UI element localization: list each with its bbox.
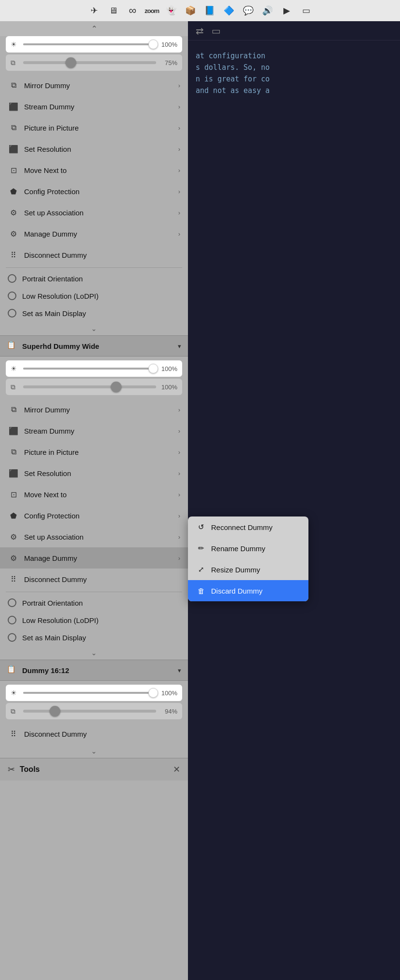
volume-icon: 🔊 [262,5,273,16]
menu-item-association-2[interactable]: ⚙ Set up Association › [0,526,188,547]
submenu-discard[interactable]: 🗑 Discard Dummy [188,580,308,601]
pip-icon-2: ⧉ [8,446,19,458]
movenext-icon-1: ⊡ [8,164,19,176]
menu-item-disconnect-1[interactable]: ⠿ Disconnect Dummy [0,244,188,265]
scale-thumb-1[interactable] [66,57,76,68]
menu-item-movenext-1[interactable]: ⊡ Move Next to › [0,159,188,181]
menu-item-mirror-1[interactable]: ⧉ Mirror Dummy › [0,75,188,96]
resize-icon: ⤢ [196,564,206,575]
tools-close-button[interactable]: ✕ [173,764,180,775]
scale-thumb-3[interactable] [50,706,60,716]
menu-item-pip-2[interactable]: ⧉ Picture in Picture › [0,441,188,463]
scale-icon-1: ⧉ [11,59,19,67]
divider-2 [6,592,182,592]
brightness-slider-1[interactable]: ☀ 100% [6,36,182,53]
stream-label-1: Stream Dummy [24,103,178,111]
menu-item-disconnect-3[interactable]: ⠿ Disconnect Dummy [0,723,188,744]
scale-slider-1[interactable]: ⧉ 75% [6,54,182,71]
scale-track-3[interactable] [23,710,156,713]
manage-label-1: Manage Dummy [24,230,178,238]
menu-item-config-2[interactable]: ⬟ Config Protection › [0,505,188,526]
brightness-fill-3 [23,692,156,694]
menu-item-config-1[interactable]: ⬟ Config Protection › [0,181,188,202]
editor-line-1: at configuration [196,50,392,62]
discard-icon: 🗑 [196,585,206,596]
radio-label-lodpi-2: Low Resolution (LoDPI) [22,616,98,624]
brightness-slider-3[interactable]: ☀ 100% [6,685,182,701]
scale-slider-3[interactable]: ⧉ 94% [6,703,182,719]
scale-value-2: 100% [160,384,177,391]
menu-item-pip-1[interactable]: ⧉ Picture in Picture › [0,117,188,138]
menubar: ✈ 🖥 ∞ zoom 👻 📦 📘 🔷 💬 🔊 ▶ ▭ [0,0,400,21]
submenu-resize[interactable]: ⤢ Resize Dummy [188,559,308,580]
scale-track-2[interactable] [23,385,156,388]
menubar-icons: ✈ 🖥 ∞ zoom 👻 📦 📘 🔷 💬 🔊 ▶ ▭ [89,5,311,16]
movenext-icon-2: ⊡ [8,489,19,500]
manage-icon-2: ⚙ [8,552,19,564]
resolution-label-1: Set Resolution [24,145,178,153]
section3-chevron[interactable]: ▾ [178,667,181,674]
menu-item-manage-2[interactable]: ⚙ Manage Dummy › [0,547,188,569]
association-icon-1: ⚙ [8,207,19,218]
brightness-track-1[interactable] [23,43,156,45]
snapchat-icon: 👻 [166,5,176,16]
section2-chevron[interactable]: ▾ [178,343,181,350]
menu-item-association-1[interactable]: ⚙ Set up Association › [0,202,188,223]
radio-label-main-2: Set as Main Display [22,634,86,642]
stream-chevron-2: › [178,427,180,435]
disconnect-label-1: Disconnect Dummy [24,251,180,259]
submenu-rename[interactable]: ✏ Rename Dummy [188,538,308,559]
reconnect-icon: ↺ [196,522,206,532]
mirror-label-2: Mirror Dummy [24,406,178,414]
radio-circle-main-1 [8,309,16,318]
menu-item-manage-1[interactable]: ⚙ Manage Dummy › [0,223,188,244]
menu-item-movenext-2[interactable]: ⊡ Move Next to › [0,484,188,505]
movenext-label-2: Move Next to [24,490,178,499]
menu-item-resolution-1[interactable]: ⬛ Set Resolution › [0,138,188,159]
collapse-2[interactable]: ⌄ [0,646,188,660]
section2-title: Superhd Dummy Wide [22,342,178,350]
menu-item-stream-1[interactable]: ⬛ Stream Dummy › [0,96,188,117]
radio-circle-main-2 [8,633,16,642]
radio-main-2[interactable]: Set as Main Display [0,629,188,646]
mirror-chevron-2: › [178,406,180,413]
stream-label-2: Stream Dummy [24,427,178,435]
manage-label-2: Manage Dummy [24,554,178,562]
radio-label-portrait-1: Portrait Orientation [22,275,83,283]
menu-item-stream-2[interactable]: ⬛ Stream Dummy › [0,420,188,441]
editor-content: at configuration s dollars. So, no n is … [188,40,400,106]
radio-label-lodpi-1: Low Resolution (LoDPI) [22,292,98,300]
radio-main-1[interactable]: Set as Main Display [0,305,188,322]
brightness-slider-2[interactable]: ☀ 100% [6,360,182,377]
collapse-1[interactable]: ⌄ [0,322,188,335]
radio-lodpi-2[interactable]: Low Resolution (LoDPI) [0,611,188,629]
brightness-thumb-1[interactable] [148,40,158,49]
brightness-track-2[interactable] [23,368,156,370]
radio-lodpi-1[interactable]: Low Resolution (LoDPI) [0,287,188,305]
sidebar: ⌃ ☀ 100% ⧉ 75% ⧉ Mirror Dummy › ⬛ Stream… [0,21,188,980]
scale-slider-2[interactable]: ⧉ 100% [6,379,182,395]
brightness-thumb-3[interactable] [148,688,158,698]
brightness-thumb-2[interactable] [148,364,158,373]
brightness-track-3[interactable] [23,692,156,694]
diff-icon: ⇄ [196,25,204,37]
menu-item-resolution-2[interactable]: ⬛ Set Resolution › [0,463,188,484]
resolution-icon-2: ⬛ [8,467,19,479]
radio-portrait-2[interactable]: Portrait Orientation [0,594,188,611]
disconnect-label-2: Disconnect Dummy [24,575,180,583]
section2-header[interactable]: 📋 Superhd Dummy Wide ▾ [0,335,188,357]
editor-area: ⇄ ▭ at configuration s dollars. So, no n… [188,21,400,980]
menu-item-mirror-2[interactable]: ⧉ Mirror Dummy › [0,399,188,420]
disconnect-icon-1: ⠿ [8,249,19,261]
menu-item-disconnect-2[interactable]: ⠿ Disconnect Dummy [0,569,188,590]
section3-header[interactable]: 📋 Dummy 16:12 ▾ [0,660,188,681]
collapse-3[interactable]: ⌄ [0,744,188,758]
scale-value-3: 94% [160,708,177,715]
top-collapse[interactable]: ⌃ [0,21,188,36]
stream-icon-2: ⬛ [8,425,19,437]
scale-track-1[interactable] [23,61,156,64]
movenext-chevron-1: › [178,167,180,174]
radio-portrait-1[interactable]: Portrait Orientation [0,270,188,287]
submenu-reconnect[interactable]: ↺ Reconnect Dummy [188,516,308,538]
scale-thumb-2[interactable] [111,382,121,392]
